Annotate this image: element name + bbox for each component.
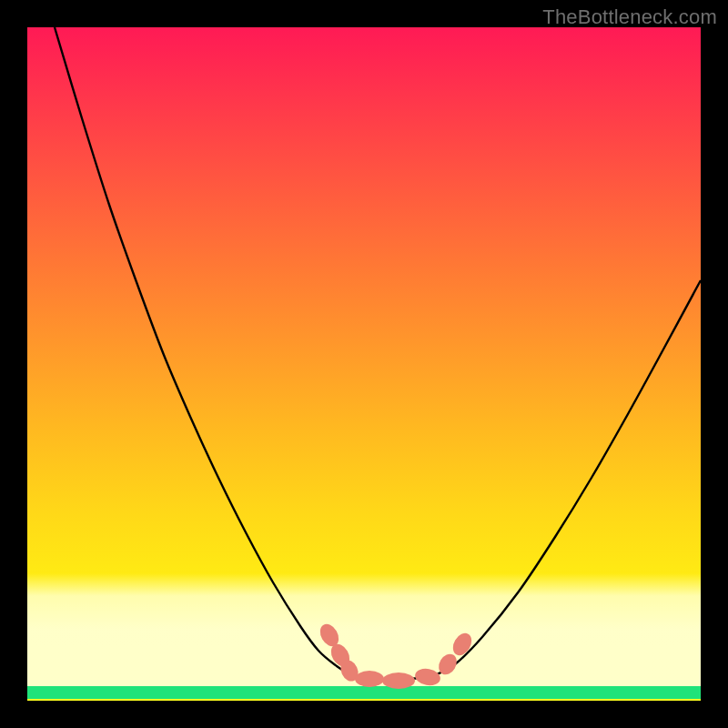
watermark-text: TheBottleneck.com bbox=[542, 5, 717, 29]
curve-marker bbox=[382, 672, 415, 689]
bottleneck-curve bbox=[55, 27, 701, 680]
chart-svg bbox=[27, 27, 701, 701]
chart-frame: TheBottleneck.com bbox=[0, 0, 728, 728]
curve-markers bbox=[317, 621, 476, 689]
curve-marker bbox=[450, 630, 476, 659]
curve-marker bbox=[355, 671, 384, 687]
curve-marker bbox=[414, 667, 442, 688]
